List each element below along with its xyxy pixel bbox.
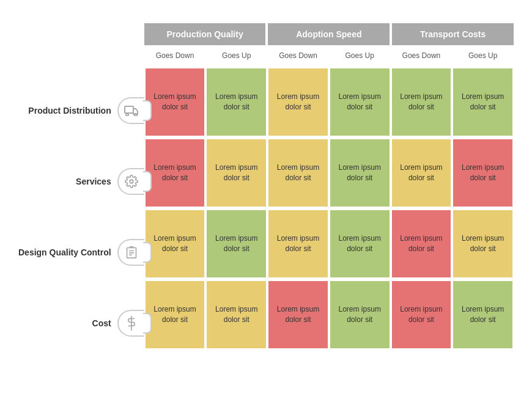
col-group-headers: Production QualityAdoption SpeedTranspor…: [144, 23, 514, 45]
row-label-3: Cost: [92, 318, 111, 329]
sub-header-2: Goes Down: [267, 48, 329, 65]
cell-3-0: Lorem ipsum dolor sit: [146, 281, 205, 348]
heatmap-table: Product Distribution Services Design Qua…: [18, 23, 514, 361]
cell-3-5: Lorem ipsum dolor sit: [453, 281, 512, 348]
cell-3-1: Lorem ipsum dolor sit: [207, 281, 266, 348]
cell-2-2: Lorem ipsum dolor sit: [268, 210, 328, 277]
row-header-2: Design Quality Control: [18, 219, 144, 286]
row-header-3: Cost: [18, 290, 144, 357]
cell-0-5: Lorem ipsum dolor sit: [453, 68, 512, 136]
cell-2-1: Lorem ipsum dolor sit: [207, 210, 266, 277]
cell-3-3: Lorem ipsum dolor sit: [330, 281, 390, 348]
clipboard-icon: [117, 239, 144, 266]
cell-3-4: Lorem ipsum dolor sit: [392, 281, 451, 348]
cell-2-5: Lorem ipsum dolor sit: [453, 210, 512, 277]
col-group-1: Adoption Speed: [268, 23, 390, 45]
col-group-0: Production Quality: [144, 23, 266, 45]
truck-icon: [117, 97, 144, 124]
sub-header-0: Goes Down: [144, 48, 206, 65]
cell-1-1: Lorem ipsum dolor sit: [207, 139, 266, 207]
grid-row-3: Lorem ipsum dolor sitLorem ipsum dolor s…: [144, 281, 514, 348]
cell-1-5: Lorem ipsum dolor sit: [453, 139, 512, 207]
svg-rect-0: [125, 106, 133, 113]
cell-0-1: Lorem ipsum dolor sit: [207, 68, 266, 136]
sub-headers: Goes DownGoes UpGoes DownGoes UpGoes Dow…: [144, 48, 514, 65]
row-label-0: Product Distribution: [28, 105, 111, 116]
cell-1-3: Lorem ipsum dolor sit: [330, 139, 390, 207]
grid-area: Production QualityAdoption SpeedTranspor…: [144, 23, 514, 361]
gear-icon: [117, 168, 144, 195]
sub-header-1: Goes Up: [205, 48, 267, 65]
grid-row-2: Lorem ipsum dolor sitLorem ipsum dolor s…: [144, 210, 514, 277]
svg-point-3: [130, 180, 133, 183]
row-headers: Product Distribution Services Design Qua…: [18, 77, 144, 361]
row-header-1: Services: [18, 148, 144, 215]
cell-2-3: Lorem ipsum dolor sit: [330, 210, 390, 277]
cell-1-0: Lorem ipsum dolor sit: [146, 139, 205, 207]
cell-1-4: Lorem ipsum dolor sit: [392, 139, 451, 207]
row-label-2: Design Quality Control: [18, 247, 111, 258]
cell-3-2: Lorem ipsum dolor sit: [268, 281, 328, 348]
cell-2-4: Lorem ipsum dolor sit: [392, 210, 451, 277]
grid-row-0: Lorem ipsum dolor sitLorem ipsum dolor s…: [144, 68, 514, 136]
sub-header-5: Goes Up: [452, 48, 514, 65]
cell-2-0: Lorem ipsum dolor sit: [146, 210, 205, 277]
sub-header-3: Goes Up: [329, 48, 391, 65]
sub-header-4: Goes Down: [391, 48, 453, 65]
dollar-icon: [117, 310, 144, 337]
cell-0-3: Lorem ipsum dolor sit: [330, 68, 390, 136]
cell-1-2: Lorem ipsum dolor sit: [268, 139, 328, 207]
cell-0-2: Lorem ipsum dolor sit: [268, 68, 328, 136]
grid-row-1: Lorem ipsum dolor sitLorem ipsum dolor s…: [144, 139, 514, 207]
col-group-2: Transport Costs: [392, 23, 514, 45]
grid-rows: Lorem ipsum dolor sitLorem ipsum dolor s…: [144, 68, 514, 348]
cell-0-0: Lorem ipsum dolor sit: [146, 68, 205, 136]
row-header-0: Product Distribution: [18, 77, 144, 144]
cell-0-4: Lorem ipsum dolor sit: [392, 68, 451, 136]
row-label-1: Services: [76, 176, 111, 187]
svg-point-1: [126, 114, 128, 116]
